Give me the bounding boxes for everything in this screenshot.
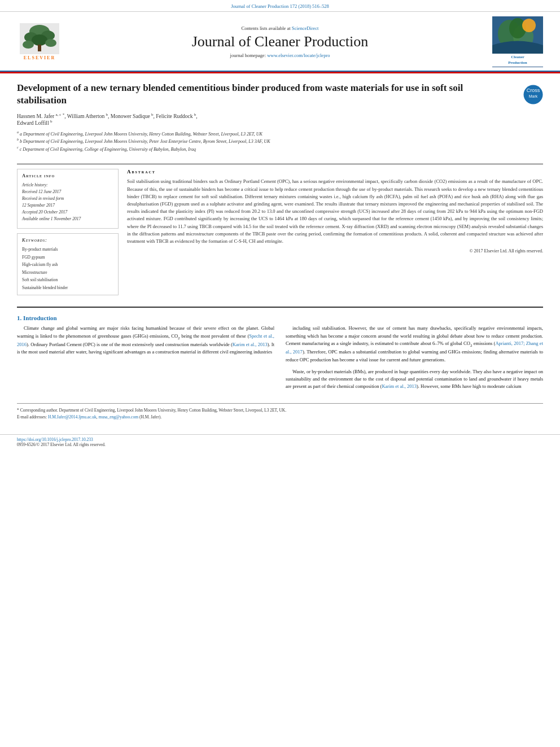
svg-text:Cross: Cross	[527, 88, 540, 93]
intro-left-col: Climate change and global warming are ma…	[17, 325, 274, 395]
elsevier-name: ELSEVIER	[24, 55, 55, 60]
footnote-email: E-mail addresses: H.M.Jafer@2014.ljmu.ac…	[17, 414, 543, 420]
journal-title: Journal of Cleaner Production	[79, 33, 481, 50]
doi-link[interactable]: https://doi.org/10.1016/j.jclepro.2017.1…	[17, 437, 543, 442]
article-title-area: Development of a new ternary blended cem…	[17, 82, 543, 158]
article-info-box: Article info Article history: Received 1…	[17, 169, 119, 229]
svg-point-4	[32, 34, 47, 46]
footnote-corr-author: * Corresponding author. Department of Ci…	[17, 407, 543, 413]
email-link-1[interactable]: H.M.Jafer@2014.ljmu.ac.uk	[48, 414, 97, 420]
keyword-5: Soft soil stabilisation	[22, 276, 113, 284]
keyword-2: FGD gypsum	[22, 254, 113, 261]
affiliation-b: b b Department of Civil Engineering, Liv…	[17, 137, 515, 145]
elsevier-tree-icon	[20, 23, 59, 54]
elsevier-logo: ELSEVIER	[11, 23, 68, 60]
keyword-6: Sustainable blended binder	[22, 284, 113, 292]
intro-right-col: including soil stabilisation. However, t…	[286, 325, 543, 395]
keywords-list: By-product materials FGD gypsum High-cal…	[22, 246, 113, 291]
crossmark-icon[interactable]: Cross Mark	[523, 85, 543, 104]
article-info-title: Article info	[22, 173, 113, 178]
abstract-title: Abstract	[127, 169, 543, 174]
svg-point-12	[522, 19, 536, 32]
sciencedirect-link[interactable]: ScienceDirect	[292, 25, 319, 31]
intro-para-1: Climate change and global warming are ma…	[17, 325, 274, 356]
introduction-section: 1. Introduction Climate change and globa…	[17, 307, 543, 425]
keyword-3: High-calcium fly ash	[22, 261, 113, 269]
sciencedirect-label: Contents lists available at ScienceDirec…	[79, 25, 481, 31]
bottom-bar: https://doi.org/10.1016/j.jclepro.2017.1…	[0, 434, 560, 449]
section-number: 1. Introduction	[17, 314, 543, 321]
intro-para-3: Waste, or by-product materials (BMs), ar…	[286, 368, 543, 391]
article-history: Article history: Received 12 June 2017 R…	[22, 182, 113, 222]
affiliation-c: c c Department of Civil Engineering, Col…	[17, 145, 515, 153]
cleaner-production-image	[492, 17, 543, 54]
authors: Hassnen M. Jafer a, c *, William Atherto…	[17, 112, 515, 126]
right-column: Abstract Soil stabilisation using tradit…	[127, 169, 543, 295]
article-title: Development of a new ternary blended cem…	[17, 82, 515, 107]
intro-para-2: including soil stabilisation. However, t…	[286, 325, 543, 363]
main-content: Development of a new ternary blended cem…	[0, 73, 560, 431]
journal-logo-right: Cleaner Production	[492, 16, 543, 67]
left-column: Article info Article history: Received 1…	[17, 169, 119, 295]
top-bar: Journal of Cleaner Production 172 (2018)…	[0, 0, 560, 12]
footnote-area: * Corresponding author. Department of Ci…	[17, 403, 543, 420]
keyword-4: Microstructure	[22, 269, 113, 277]
homepage-link[interactable]: www.elsevier.com/locate/jclepro	[267, 53, 330, 58]
email-link-2[interactable]: musa_eng@yahoo.com	[99, 414, 138, 420]
journal-header: ELSEVIER Contents lists available at Sci…	[0, 12, 560, 72]
svg-text:Mark: Mark	[529, 94, 538, 98]
svg-point-6	[23, 41, 34, 49]
keywords-title: Keywords:	[22, 237, 113, 243]
abstract-text: Soil stabilisation using traditional bin…	[127, 178, 543, 245]
divider-1	[17, 164, 543, 164]
affiliation-a: a a Department of Civil Engineering, Liv…	[17, 130, 515, 138]
svg-rect-5	[38, 45, 41, 51]
keywords-box: Keywords: By-product materials FGD gypsu…	[17, 233, 119, 295]
article-title-text: Development of a new ternary blended cem…	[17, 82, 515, 158]
journal-homepage: journal homepage: www.elsevier.com/locat…	[79, 53, 481, 58]
svg-point-7	[45, 39, 56, 47]
introduction-body: Climate change and global warming are ma…	[17, 325, 543, 395]
keyword-1: By-product materials	[22, 246, 113, 254]
journal-citation: Journal of Cleaner Production 172 (2018)…	[231, 3, 329, 9]
logo-text: Cleaner Production	[492, 54, 543, 66]
article-body: Article info Article history: Received 1…	[17, 169, 543, 295]
issn-text: 0959-6526/© 2017 Elsevier Ltd. All right…	[17, 442, 543, 447]
copyright: © 2017 Elsevier Ltd. All rights reserved…	[127, 248, 543, 254]
affiliations: a a Department of Civil Engineering, Liv…	[17, 130, 515, 153]
journal-center: Contents lists available at ScienceDirec…	[68, 25, 492, 58]
